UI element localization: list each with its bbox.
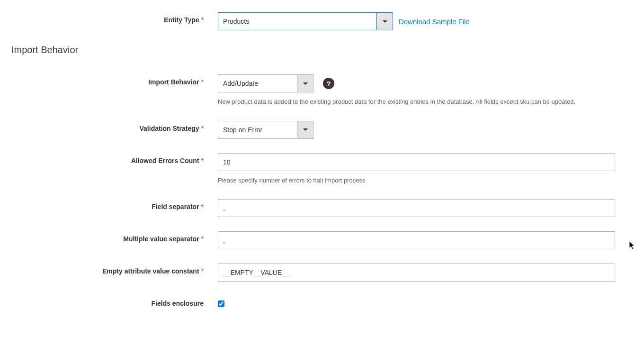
multiple-value-separator-control — [218, 231, 616, 249]
field-separator-label-text: Field separator — [152, 203, 199, 210]
chevron-down-icon — [383, 20, 387, 23]
multiple-value-separator-row: Multiple value separator* — [11, 231, 633, 249]
import-form: Entity Type* Products Download Sample Fi… — [0, 12, 644, 334]
entity-type-select-toggle[interactable] — [377, 12, 393, 30]
fields-enclosure-control — [218, 296, 616, 309]
entity-type-label: Entity Type* — [11, 12, 218, 24]
field-separator-label: Field separator* — [11, 199, 218, 210]
entity-type-select-value[interactable]: Products — [218, 12, 377, 30]
validation-strategy-control: Stop on Error — [218, 121, 616, 139]
required-mark: * — [201, 125, 204, 132]
validation-strategy-select-toggle[interactable] — [297, 121, 313, 139]
import-behavior-row: Import Behavior* Add/Update ? New produc… — [11, 74, 633, 107]
fields-enclosure-label: Fields enclosure — [11, 296, 218, 307]
required-mark: * — [201, 235, 204, 243]
empty-attribute-constant-label-text: Empty attribute value constant — [102, 267, 199, 275]
import-behavior-select-value[interactable]: Add/Update — [218, 74, 297, 92]
validation-strategy-label-text: Validation Strategy — [140, 125, 199, 132]
field-separator-control — [218, 199, 616, 217]
import-behavior-section-title: Import Behavior — [11, 45, 633, 55]
allowed-errors-label-text: Allowed Errors Count — [131, 157, 199, 164]
field-separator-row: Field separator* — [11, 199, 633, 217]
import-behavior-note: New product data is added to the existin… — [218, 97, 611, 107]
allowed-errors-input[interactable] — [218, 153, 615, 171]
multiple-value-separator-label: Multiple value separator* — [11, 231, 218, 243]
required-mark: * — [201, 16, 204, 24]
chevron-down-icon — [303, 128, 308, 131]
validation-strategy-row: Validation Strategy* Stop on Error — [11, 121, 633, 139]
allowed-errors-label: Allowed Errors Count* — [11, 153, 218, 164]
import-behavior-label-text: Import Behavior — [148, 78, 199, 86]
validation-strategy-select[interactable]: Stop on Error — [218, 121, 313, 139]
chevron-down-icon — [303, 82, 308, 85]
multiple-value-separator-input[interactable] — [218, 231, 615, 249]
download-sample-file-link[interactable]: Download Sample File — [399, 18, 470, 26]
import-behavior-select[interactable]: Add/Update — [218, 74, 313, 92]
empty-attribute-constant-control — [218, 264, 616, 282]
help-icon[interactable]: ? — [323, 78, 334, 89]
allowed-errors-row: Allowed Errors Count* Please specify num… — [11, 153, 633, 185]
empty-attribute-constant-label: Empty attribute value constant* — [11, 264, 218, 275]
validation-strategy-select-value[interactable]: Stop on Error — [218, 121, 297, 139]
entity-type-control: Products Download Sample File — [218, 12, 616, 30]
empty-attribute-constant-row: Empty attribute value constant* — [11, 264, 633, 282]
field-separator-input[interactable] — [218, 199, 615, 217]
required-mark: * — [201, 267, 204, 275]
required-mark: * — [201, 203, 204, 210]
import-behavior-label: Import Behavior* — [11, 74, 218, 86]
entity-type-select[interactable]: Products — [218, 12, 393, 30]
empty-attribute-constant-input[interactable] — [218, 264, 615, 282]
fields-enclosure-row: Fields enclosure — [11, 296, 633, 309]
import-behavior-control: Add/Update ? New product data is added t… — [218, 74, 616, 107]
required-mark: * — [201, 157, 204, 164]
entity-type-row: Entity Type* Products Download Sample Fi… — [11, 12, 633, 30]
multiple-value-separator-label-text: Multiple value separator — [123, 235, 199, 243]
allowed-errors-control: Please specify number of errors to halt … — [218, 153, 616, 185]
import-behavior-select-toggle[interactable] — [297, 74, 313, 92]
allowed-errors-note: Please specify number of errors to halt … — [218, 176, 611, 185]
fields-enclosure-label-text: Fields enclosure — [152, 300, 204, 307]
required-mark: * — [201, 78, 204, 86]
fields-enclosure-checkbox[interactable] — [218, 300, 224, 307]
entity-type-label-text: Entity Type — [164, 16, 199, 24]
validation-strategy-label: Validation Strategy* — [11, 121, 218, 132]
